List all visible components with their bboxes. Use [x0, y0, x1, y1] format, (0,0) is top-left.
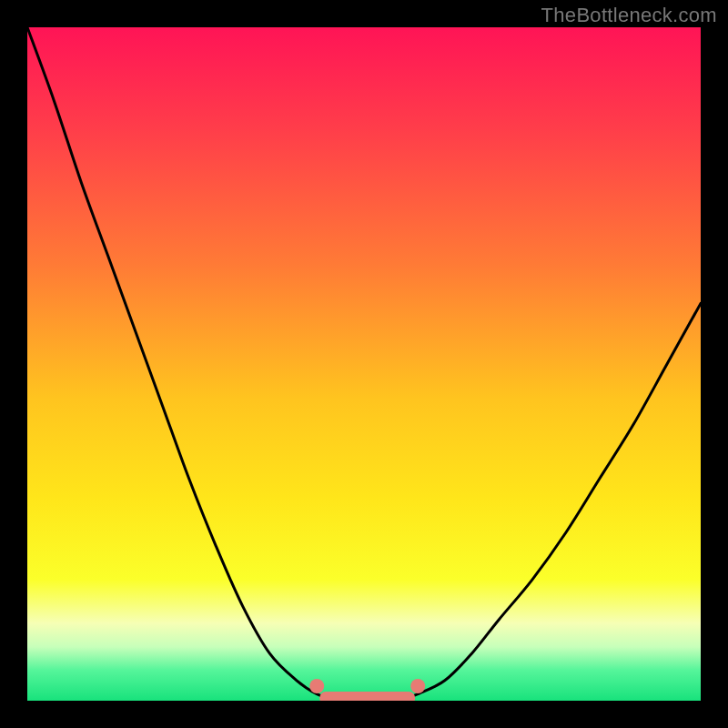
gradient-background	[27, 27, 701, 701]
svg-point-2	[410, 679, 425, 693]
bottleneck-chart	[27, 27, 701, 701]
chart-frame: TheBottleneck.com	[0, 0, 728, 728]
watermark-text: TheBottleneck.com	[541, 4, 717, 27]
svg-rect-0	[322, 692, 412, 701]
svg-point-1	[309, 679, 324, 693]
